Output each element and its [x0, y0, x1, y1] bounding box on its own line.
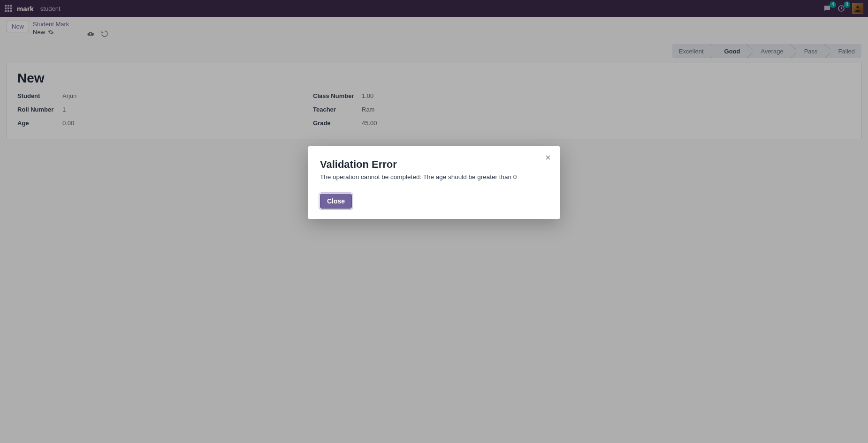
dialog-title: Validation Error	[320, 158, 548, 171]
dialog-message: The operation cannot be completed: The a…	[320, 173, 548, 180]
close-icon[interactable]	[544, 154, 552, 161]
modal-overlay[interactable]: Validation Error The operation cannot be…	[0, 0, 868, 443]
validation-error-dialog: Validation Error The operation cannot be…	[308, 146, 560, 219]
close-button[interactable]: Close	[320, 194, 352, 209]
